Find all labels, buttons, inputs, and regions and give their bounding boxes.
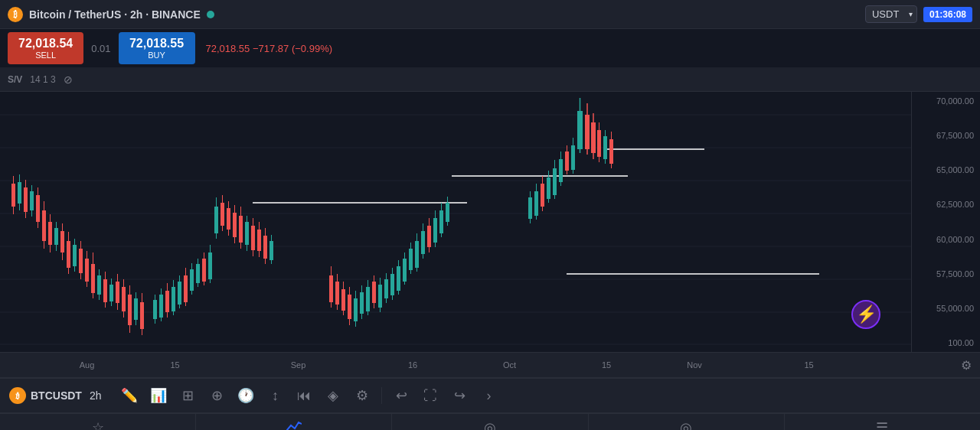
price-change: 72,018.55 −717.87 (−0.99%) (206, 43, 333, 54)
y-axis: 70,000.00 67,500.00 65,000.00 62,500.00 … (911, 92, 980, 352)
symbol-info: ₿ BTCUSDT 2h (9, 387, 109, 404)
indicators-button[interactable]: ⊞ (175, 383, 201, 409)
bottom-toolbar: ₿ BTCUSDT 2h ✏️ 📊 ⊞ ⊕ 🕐 ↕ ⏮ ◈ ⚙ ↩ ⛶ ↪ › (0, 378, 980, 413)
nav-menu[interactable]: ☰ Menu (785, 414, 980, 430)
x-label-aug: Aug (80, 360, 95, 370)
x-label-15a: 15 (170, 360, 179, 370)
x-label-15c: 15 (804, 360, 813, 370)
y-price-2: 67,500.00 (918, 131, 974, 140)
y-price-7: 55,000.00 (918, 304, 974, 313)
buy-label: BUY (129, 50, 185, 60)
undo-button[interactable]: ↩ (388, 383, 414, 409)
top-bar: ₿ Bitcoin / TetherUS · 2h · BINANCE USDT… (0, 0, 980, 29)
redo-button[interactable]: ↪ (446, 383, 472, 409)
add-button[interactable]: ⊕ (204, 383, 230, 409)
x-label-oct: Oct (503, 360, 516, 370)
currency-select[interactable]: USDT USD BTC (865, 5, 917, 23)
watchlist-icon: ☆ (92, 419, 104, 430)
x-label-15b: 15 (602, 360, 611, 370)
buy-price: 72,018.55 (129, 37, 185, 50)
draw-tool-button[interactable]: ✏️ (116, 383, 142, 409)
y-price-3: 65,000.00 (918, 165, 974, 174)
fullscreen-button[interactable]: ⛶ (417, 383, 443, 409)
nav-watchlist[interactable]: ☆ Watchlist (0, 414, 196, 430)
symbol-name: BTCUSDT (31, 389, 82, 402)
flash-icon[interactable]: ⚡ (851, 300, 880, 329)
y-price-1: 70,000.00 (918, 96, 974, 106)
y-price-8: 100.00 (918, 338, 974, 347)
x-axis-labels: Aug 15 Sep 16 Oct 15 Nov 15 (8, 353, 888, 377)
x-label-nov: Nov (687, 360, 702, 370)
sell-price: 72,018.54 (18, 37, 73, 50)
nav-explore[interactable]: ◎ Explore (392, 414, 588, 430)
sell-button[interactable]: 72,018.54 SELL (8, 32, 83, 64)
visibility-icon[interactable]: ⊘ (64, 73, 73, 86)
toolbar-separator (381, 387, 382, 404)
sell-label: SELL (18, 50, 73, 60)
top-bar-left: ₿ Bitcoin / TetherUS · 2h · BINANCE (8, 7, 865, 22)
back-button[interactable]: ⏮ (291, 383, 317, 409)
settings-icon[interactable]: ⚙ (957, 356, 975, 374)
indicator-nums: 14 1 3 (30, 74, 55, 85)
btc-icon: ₿ (8, 7, 23, 22)
y-price-6: 57,500.00 (918, 269, 974, 279)
x-label-sep: Sep (291, 360, 306, 370)
y-price-4: 62,500.00 (918, 200, 974, 209)
bottom-nav: ☆ Watchlist Chart ◎ Explore ◎ Ideas ☰ Me… (0, 413, 980, 430)
menu-icon: ☰ (876, 419, 888, 430)
settings-button[interactable]: ⚙ (349, 383, 375, 409)
x-axis: Aug 15 Sep 16 Oct 15 Nov 15 ⚙ (0, 352, 980, 378)
indicator-bar: S/V 14 1 3 ⊘ (0, 67, 980, 92)
explore-icon: ◎ (484, 419, 496, 430)
chart-area[interactable]: 70,000.00 67,500.00 65,000.00 62,500.00 … (0, 92, 980, 352)
pair-title: Bitcoin / TetherUS · 2h · BINANCE (29, 8, 201, 21)
buy-button[interactable]: 72,018.55 BUY (119, 32, 195, 64)
nav-ideas[interactable]: ◎ Ideas (589, 414, 785, 430)
tv-logo: S/V (8, 74, 22, 85)
live-dot (207, 11, 214, 18)
price-row: 72,018.54 SELL 0.01 72,018.55 BUY 72,018… (0, 29, 980, 67)
time-badge: 01:36:08 (923, 7, 972, 22)
chart-type-button[interactable]: 📊 (145, 383, 172, 409)
x-label-16: 16 (408, 360, 417, 370)
candlestick-chart (0, 92, 911, 352)
y-price-5: 60,000.00 (918, 235, 974, 244)
ideas-icon: ◎ (680, 419, 692, 430)
spread-value: 0.01 (91, 43, 110, 54)
timeframe-label: 2h (90, 389, 102, 402)
currency-selector[interactable]: USDT USD BTC ▾ (865, 5, 917, 23)
btc-icon-small: ₿ (9, 387, 26, 404)
nav-chart[interactable]: Chart (196, 414, 392, 430)
chart-icon (286, 419, 302, 431)
compare-button[interactable]: ◈ (320, 383, 346, 409)
more-button[interactable]: › (475, 383, 501, 409)
replay-button[interactable]: 🕐 (233, 383, 259, 409)
scale-button[interactable]: ↕ (262, 383, 288, 409)
